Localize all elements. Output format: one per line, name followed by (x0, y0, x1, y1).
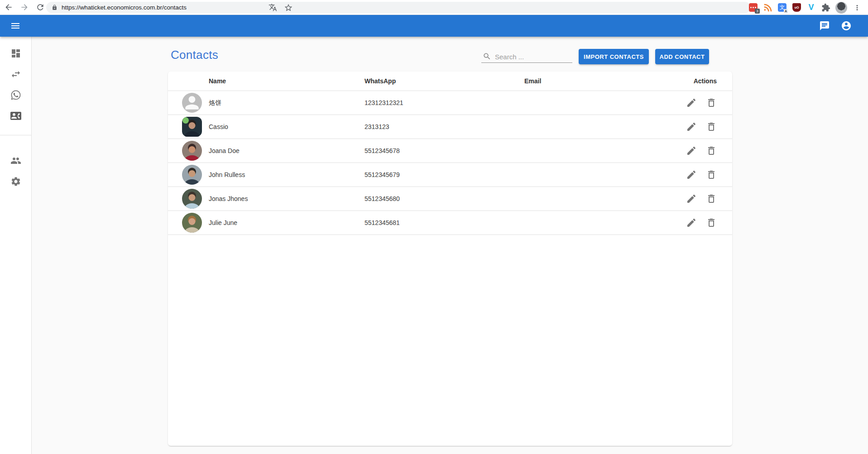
https-lock-icon (52, 5, 58, 10)
ublock-origin-icon[interactable]: uO (792, 3, 801, 12)
edit-contact-icon[interactable] (686, 217, 697, 228)
sidebar-nav (0, 37, 32, 454)
extension-red-icon[interactable]: 3 (748, 3, 758, 12)
dashboard-icon (10, 48, 21, 59)
search-input[interactable] (495, 53, 572, 61)
table-row: Jonas Jhones 5512345680 (168, 187, 732, 211)
table-header-row: Name WhatsApp Email Actions (168, 72, 732, 91)
contact-whatsapp: 5512345680 (364, 187, 400, 211)
table-row: John Rulless 5512345679 (168, 163, 732, 187)
people-icon (10, 155, 21, 166)
chat-icon[interactable] (819, 20, 830, 33)
delete-contact-icon[interactable] (706, 169, 717, 180)
contact-avatar (182, 117, 202, 137)
table-row: 烙饼 12312312321 (168, 91, 732, 115)
contact-name: 烙饼 (209, 91, 221, 115)
contact-name: Joana Doe (209, 139, 240, 163)
url-text[interactable]: https://whaticket.economicros.com.br/con… (62, 4, 187, 11)
contact-whatsapp: 5512345679 (364, 163, 400, 187)
contact-name: John Rulless (209, 163, 245, 187)
column-header-email: Email (524, 72, 541, 91)
contact-name: Cassio (209, 115, 228, 139)
edit-contact-icon[interactable] (686, 193, 697, 204)
main-content: Contacts IMPORT CONTACTS ADD CONTACT Nam… (32, 37, 868, 454)
table-row: Julie June 5512345681 (168, 211, 732, 235)
table-row: Joana Doe 5512345678 (168, 139, 732, 163)
address-bar[interactable]: https://whaticket.economicros.com.br/con… (46, 2, 751, 13)
sidebar-item-dashboard[interactable] (0, 48, 32, 59)
column-header-whatsapp: WhatsApp (364, 72, 396, 91)
menu-hamburger-icon[interactable] (10, 20, 21, 33)
add-contact-button[interactable]: ADD CONTACT (655, 49, 709, 64)
browser-chrome: https://whaticket.economicros.com.br/con… (0, 0, 868, 15)
translate-extension-icon[interactable]: 文A (777, 3, 787, 12)
edit-contact-icon[interactable] (686, 121, 697, 132)
sidebar-item-contacts[interactable] (0, 110, 32, 121)
sidebar-item-settings[interactable] (0, 176, 32, 187)
contact-name: Jonas Jhones (209, 187, 248, 211)
delete-contact-icon[interactable] (706, 193, 717, 204)
contact-phone-icon (10, 110, 21, 121)
contact-whatsapp: 2313123 (364, 115, 389, 139)
search-icon (483, 52, 491, 61)
extension-badge: 3 (755, 9, 760, 14)
contacts-table-card: Name WhatsApp Email Actions 烙饼 123123123… (168, 72, 732, 446)
table-row: Cassio 2313123 (168, 115, 732, 139)
contact-whatsapp: 12312312321 (364, 91, 403, 115)
column-header-name: Name (209, 72, 226, 91)
browser-menu-kebab-icon[interactable] (852, 3, 862, 12)
search-box (481, 51, 572, 63)
contact-avatar (182, 189, 202, 209)
import-contacts-button[interactable]: IMPORT CONTACTS (579, 49, 649, 64)
contact-whatsapp: 5512345678 (364, 139, 400, 163)
extensions-puzzle-icon[interactable] (821, 3, 830, 12)
browser-forward-icon[interactable] (20, 3, 29, 12)
page-translate-icon[interactable] (268, 3, 278, 12)
edit-contact-icon[interactable] (686, 169, 697, 180)
delete-contact-icon[interactable] (706, 217, 717, 228)
delete-contact-icon[interactable] (706, 145, 717, 156)
sidebar-item-tickets[interactable] (0, 90, 32, 100)
browser-profile-avatar[interactable] (835, 2, 847, 14)
sidebar-item-users[interactable] (0, 155, 32, 166)
browser-back-icon[interactable] (4, 3, 13, 12)
account-circle-icon[interactable] (841, 20, 852, 33)
contact-avatar (182, 213, 202, 233)
contact-whatsapp: 5512345681 (364, 211, 400, 235)
delete-contact-icon[interactable] (706, 97, 717, 108)
column-header-actions: Actions (694, 72, 717, 91)
contact-name: Julie June (209, 211, 237, 235)
gear-icon (10, 176, 21, 187)
browser-reload-icon[interactable] (36, 3, 45, 12)
page-title: Contacts (171, 48, 218, 62)
whatsapp-icon (10, 90, 21, 100)
swap-arrows-icon (10, 69, 21, 80)
edit-contact-icon[interactable] (686, 97, 697, 108)
contact-avatar (182, 165, 202, 185)
edit-contact-icon[interactable] (686, 145, 697, 156)
bookmark-star-icon[interactable] (283, 3, 293, 12)
delete-contact-icon[interactable] (706, 121, 717, 132)
vimeo-icon[interactable]: V (806, 3, 816, 12)
contact-avatar (182, 141, 202, 161)
sidebar-item-connections[interactable] (0, 69, 32, 80)
sidebar-divider (0, 135, 32, 135)
contacts-table-body: 烙饼 12312312321 Cassio 2313123 Joana Doe … (168, 91, 732, 235)
contact-avatar (182, 93, 202, 113)
app-bar (0, 15, 868, 37)
rss-icon[interactable] (763, 3, 772, 12)
